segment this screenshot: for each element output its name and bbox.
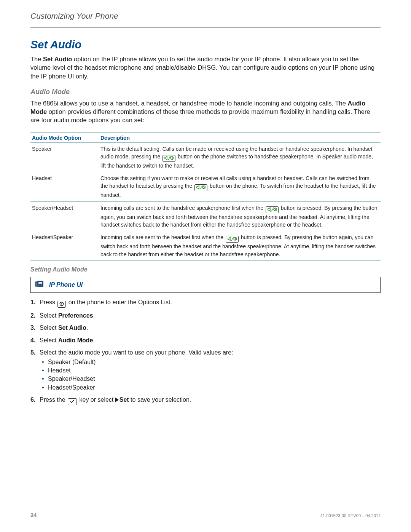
svg-line-7 (231, 237, 234, 241)
list-item: Speaker/Headset (48, 375, 381, 383)
text: The 6865i allows you to use a handset, a… (30, 100, 348, 107)
ip-phone-ui-box: IP Phone UI (30, 277, 381, 293)
text: option provides different combinations o… (30, 108, 370, 123)
table-row: Speaker This is the default setting. Cal… (30, 142, 381, 172)
chapter-title: Customizing Your Phone (30, 11, 381, 27)
speaker-key-icon (266, 206, 279, 213)
svg-line-3 (200, 185, 202, 189)
svg-rect-12 (41, 285, 41, 286)
text: on the phone to enter the Options List. (68, 299, 172, 305)
text: . (93, 312, 95, 319)
option-cell: Speaker/Headset (30, 201, 99, 231)
play-icon (115, 398, 119, 402)
text: . (93, 337, 94, 343)
option-cell: Headset (30, 172, 99, 202)
text-bold: Set Audio (43, 56, 72, 62)
text: Select (40, 337, 58, 343)
step: Select Audio Mode. (30, 336, 381, 345)
text: to save your selection. (131, 396, 191, 403)
option-cell: Headset/Speaker (30, 231, 99, 261)
svg-line-20 (63, 305, 63, 305)
table-row: Speaker/Headset Incoming calls are sent … (30, 201, 381, 231)
text: key or select (79, 396, 115, 403)
page-footer: 24 41-001523-00 REV00 – 04.2014 (30, 512, 381, 518)
svg-rect-11 (40, 285, 40, 286)
phone-icon (35, 280, 45, 290)
step: Select Preferences. (30, 312, 381, 320)
steps-list: Press on the phone to enter the Options … (30, 298, 381, 405)
svg-marker-6 (228, 237, 230, 241)
text: Select (40, 312, 58, 319)
svg-line-22 (63, 302, 63, 303)
text: Incoming calls are sent to the headset f… (100, 234, 225, 240)
table-row: Headset/Speaker Incoming calls are sent … (30, 231, 381, 261)
text-bold: Audio Mode (58, 337, 93, 343)
list-item: Speaker (Default) (48, 358, 381, 366)
text: Incoming calls are sent to the handsfree… (100, 205, 265, 211)
check-key-icon (68, 398, 77, 405)
svg-marker-2 (197, 185, 199, 189)
text: option on the IP phone allows you to set… (30, 56, 374, 80)
section-heading: Set Audio (30, 38, 381, 51)
step: Select the audio mode you want to use on… (30, 348, 381, 392)
text: . (86, 324, 88, 331)
svg-marker-4 (268, 208, 270, 211)
list-item: Headset/Speaker (48, 383, 381, 392)
page-number: 24 (30, 512, 37, 518)
text: The (30, 56, 43, 62)
desc-cell: This is the default setting. Calls can b… (99, 142, 381, 172)
speaker-key-icon (194, 184, 207, 191)
text: Select (40, 324, 58, 331)
step: Press on the phone to enter the Options … (30, 298, 381, 308)
speaker-key-icon (226, 236, 239, 243)
text-bold: Set Audio (58, 324, 86, 331)
intro-paragraph: The Set Audio option on the IP phone all… (30, 55, 381, 80)
audio-mode-paragraph: The 6865i allows you to use a handset, a… (30, 99, 381, 125)
ip-phone-ui-label: IP Phone UI (49, 281, 83, 288)
step: Press the key or select Set to save your… (30, 396, 381, 405)
th-option: Audio Mode Option (30, 132, 99, 142)
desc-cell: Incoming calls are sent to the handsfree… (99, 201, 381, 231)
option-cell: Speaker (30, 142, 99, 172)
subsection-heading: Audio Mode (30, 88, 381, 96)
step: Select Set Audio. (30, 324, 381, 332)
svg-rect-10 (38, 285, 39, 286)
svg-point-14 (61, 303, 62, 304)
doc-revision: 41-001523-00 REV00 – 04.2014 (320, 513, 381, 518)
svg-line-21 (60, 305, 61, 305)
header-rule (30, 27, 381, 28)
text: Press (40, 299, 57, 305)
text: Press the (40, 396, 67, 403)
svg-line-19 (60, 302, 61, 303)
text-bold: Set (119, 396, 129, 403)
svg-marker-0 (165, 156, 167, 160)
desc-cell: Incoming calls are sent to the headset f… (99, 231, 381, 261)
svg-rect-9 (38, 282, 42, 284)
speaker-key-icon (162, 155, 175, 162)
options-key-icon (57, 301, 66, 308)
svg-line-5 (271, 208, 274, 211)
th-description: Description (99, 132, 381, 142)
table-row: Headset Choose this setting if you want … (30, 172, 381, 202)
step-options: Speaker (Default) Headset Speaker/Headse… (40, 358, 381, 392)
text: Select the audio mode you want to use on… (40, 349, 233, 356)
svg-line-1 (168, 156, 170, 160)
desc-cell: Choose this setting if you want to make … (99, 172, 381, 202)
text-bold: Preferences (58, 312, 93, 319)
list-item: Headset (48, 366, 381, 375)
audio-mode-table: Audio Mode Option Description Speaker Th… (30, 132, 381, 261)
subsection-heading: Setting Audio Mode (30, 266, 381, 273)
